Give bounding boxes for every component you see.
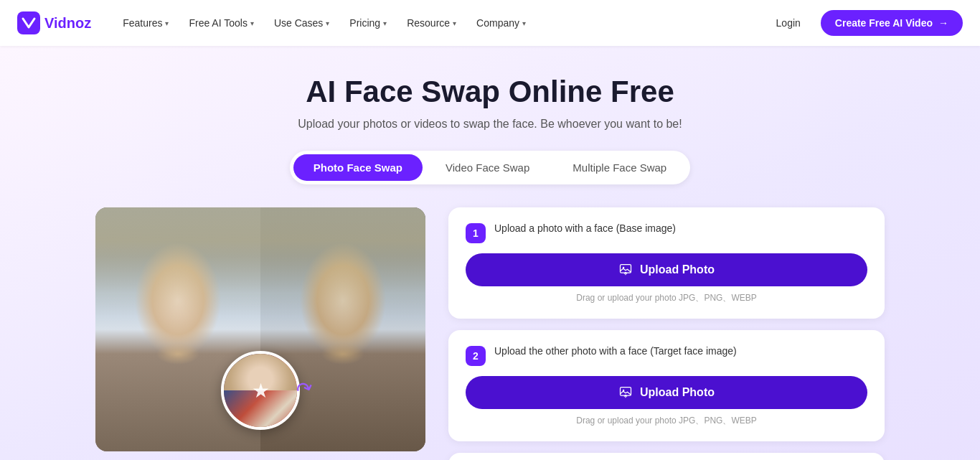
upload-hint-2: Drag or upload your photo JPG、PNG、WEBP	[466, 415, 867, 427]
upload-icon	[618, 263, 633, 277]
logo[interactable]: Vidnoz	[17, 11, 91, 34]
create-free-ai-video-button[interactable]: Create Free AI Video →	[821, 10, 963, 36]
tab-video-face-swap[interactable]: Video Face Swap	[425, 154, 550, 181]
upload-card-title-1: Upload a photo with a face (Base image)	[494, 222, 676, 236]
chevron-down-icon: ▾	[250, 19, 254, 27]
upload-icon	[618, 385, 633, 400]
nav-right: Login Create Free AI Video →	[768, 10, 963, 36]
chevron-down-icon: ▾	[453, 19, 456, 27]
upload-card-title-2: Upload the other photo with a face (Targ…	[494, 344, 737, 359]
chevron-down-icon: ▾	[165, 19, 169, 27]
logo-text: Vidnoz	[44, 15, 91, 32]
swap-source-avatar: ★	[221, 351, 300, 430]
page-title: AI Face Swap Online Free	[306, 75, 674, 109]
nav-item-free-ai-tools[interactable]: Free AI Tools ▾	[180, 11, 262, 34]
chevron-down-icon: ▾	[383, 19, 387, 27]
nav-item-features[interactable]: Features ▾	[114, 11, 177, 34]
svg-rect-3	[621, 388, 631, 396]
tab-photo-face-swap[interactable]: Photo Face Swap	[293, 154, 423, 181]
step-badge-1: 1	[466, 223, 486, 243]
nav-item-use-cases[interactable]: Use Cases ▾	[265, 11, 338, 34]
demo-image: ★ ↷	[95, 207, 425, 451]
nav-item-company[interactable]: Company ▾	[468, 11, 534, 34]
step3-card: 3 Click Swap Face Now to start	[448, 453, 885, 460]
tab-bar: Photo Face Swap Video Face Swap Multiple…	[290, 151, 690, 184]
upload-photo-button-2[interactable]: Upload Photo	[466, 376, 867, 409]
navbar: Vidnoz Features ▾ Free AI Tools ▾ Use Ca…	[0, 0, 980, 46]
chevron-down-icon: ▾	[326, 19, 329, 27]
nav-item-pricing[interactable]: Pricing ▾	[341, 11, 395, 34]
chevron-down-icon: ▾	[522, 19, 526, 27]
step-badge-2: 2	[466, 346, 486, 366]
upload-hint-1: Drag or upload your photo JPG、PNG、WEBP	[466, 292, 867, 304]
nav-menu: Features ▾ Free AI Tools ▾ Use Cases ▾ P…	[114, 11, 767, 34]
upload-photo-button-1[interactable]: Upload Photo	[466, 253, 867, 286]
upload-card-2: 2 Upload the other photo with a face (Ta…	[448, 330, 885, 441]
tab-multiple-face-swap[interactable]: Multiple Face Swap	[552, 154, 687, 181]
upload-panel: 1 Upload a photo with a face (Base image…	[448, 207, 885, 460]
nav-item-resource[interactable]: Resource ▾	[398, 11, 465, 34]
svg-rect-0	[17, 11, 40, 34]
upload-card-1: 1 Upload a photo with a face (Base image…	[448, 207, 885, 319]
login-button[interactable]: Login	[768, 11, 809, 34]
content-area: ★ ↷ 1 Upload a photo with a face (Base i…	[95, 207, 885, 460]
main-content: AI Face Swap Online Free Upload your pho…	[0, 46, 980, 460]
page-subtitle: Upload your photos or videos to swap the…	[298, 118, 682, 131]
svg-rect-1	[621, 265, 631, 273]
